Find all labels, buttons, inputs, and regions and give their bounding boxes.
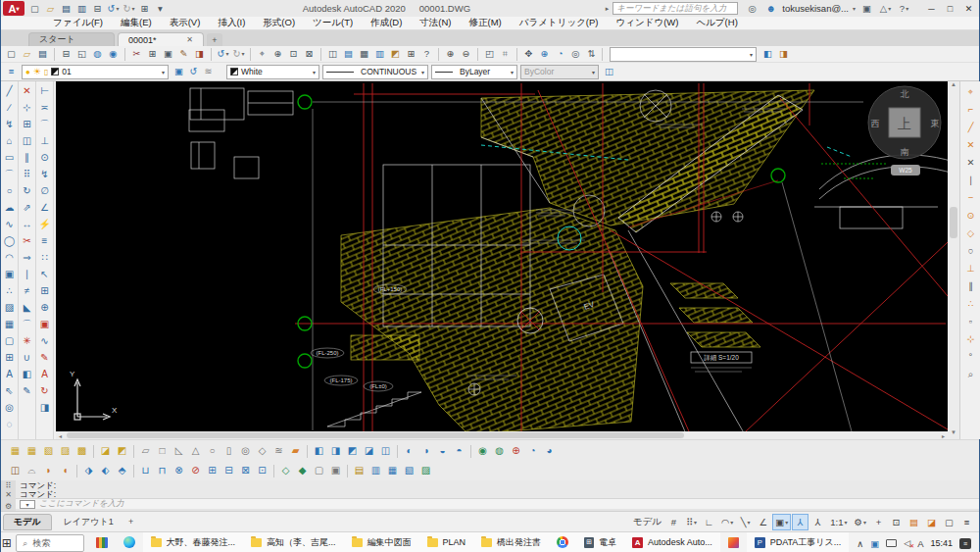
revision-cloud-icon[interactable]: ☁: [1, 199, 18, 216]
zoom-rt-icon[interactable]: ⊕: [537, 47, 552, 61]
3d-array-icon[interactable]: ◕: [541, 443, 558, 459]
polar-toggle[interactable]: ◠▾: [718, 514, 736, 530]
layer-previous-icon[interactable]: ↺: [186, 65, 201, 78]
multileader-icon[interactable]: ⇖: [1, 382, 18, 399]
action-center-icon[interactable]: ≡: [959, 538, 971, 549]
section-plane-icon[interactable]: ▤: [351, 463, 368, 478]
crosshair-size[interactable]: +: [870, 514, 887, 530]
close-button[interactable]: ✕: [960, 2, 977, 16]
vertical-scrollbar[interactable]: ▲ ▼: [948, 81, 959, 439]
clean-icon[interactable]: ▢: [311, 463, 327, 478]
tray-chevron-icon[interactable]: ∧: [857, 538, 863, 549]
chamfer-edge-icon[interactable]: ⊓: [154, 463, 171, 478]
snap-insert-icon[interactable]: ▫: [962, 313, 980, 330]
search-binoculars-icon[interactable]: ◎: [745, 2, 760, 16]
cut-icon[interactable]: ✂: [129, 47, 144, 61]
zoom-window-icon[interactable]: ⊡: [286, 47, 301, 61]
taskbar-window-plan[interactable]: PLAN: [419, 532, 474, 552]
break-at-point-icon[interactable]: ∣: [19, 266, 35, 282]
visual-styles-icon[interactable]: ▦: [357, 47, 371, 61]
trim-icon[interactable]: ✂: [19, 232, 35, 249]
menu-8[interactable]: 修正(M): [461, 17, 511, 29]
rectangle-icon[interactable]: ▭: [1, 149, 18, 166]
zoom-in-icon[interactable]: ⊕: [443, 47, 458, 61]
clean-screen-icon[interactable]: ◨: [776, 47, 791, 61]
convert-surface-icon[interactable]: ◗: [40, 463, 57, 478]
spline-icon[interactable]: ∿: [1, 216, 18, 232]
signed-in-user[interactable]: tokusekisan@...: [782, 3, 849, 14]
surface-planar-icon[interactable]: ▦: [24, 443, 40, 459]
presspull-icon[interactable]: ◨: [327, 443, 344, 459]
color-dropdown[interactable]: White ▾: [226, 65, 319, 79]
3d-mirror-icon[interactable]: ◔: [524, 443, 541, 459]
fillet-icon[interactable]: ⌒: [19, 316, 35, 332]
snap-nearest-icon[interactable]: ⊹: [962, 330, 980, 348]
plot-status-icon[interactable]: ▤: [906, 514, 922, 530]
menu-10[interactable]: ウィンドウ(W): [608, 17, 688, 29]
align-3d-icon[interactable]: ◧: [19, 366, 35, 382]
viewports-icon[interactable]: ◫: [325, 47, 340, 61]
menu-9[interactable]: パラメトリック(P): [511, 17, 608, 29]
help-icon[interactable]: ?: [419, 47, 434, 61]
lineweight-dropdown[interactable]: ByLayer ▾: [431, 65, 517, 79]
snap-extension-icon[interactable]: −: [962, 189, 980, 207]
wedge-icon[interactable]: ◺: [171, 443, 187, 459]
flatshot-icon[interactable]: ▥: [368, 463, 384, 478]
dim-jogged-icon[interactable]: ↯: [36, 166, 53, 182]
compass-west[interactable]: 西: [871, 119, 880, 128]
erase-icon[interactable]: ✕: [19, 82, 35, 99]
tolerance-icon[interactable]: ⊞: [36, 282, 53, 299]
command-input-row[interactable]: ▾ ここにコマンドを入力: [16, 498, 979, 509]
polyline-edit-icon[interactable]: ✎: [19, 382, 35, 399]
torus-icon[interactable]: ◎: [237, 443, 254, 459]
qnew-icon[interactable]: ▢: [4, 47, 19, 61]
command-options-icon[interactable]: ▾: [20, 500, 35, 509]
save-as-icon[interactable]: ▥: [74, 2, 89, 16]
snap-node-icon[interactable]: ∴: [962, 295, 980, 313]
interfere-icon[interactable]: ◓: [451, 443, 467, 459]
open-icon[interactable]: ▱: [20, 47, 34, 61]
sweep-icon[interactable]: ◪: [361, 443, 377, 459]
scroll-left-arrow-icon[interactable]: ◂: [56, 432, 65, 439]
snap-from-icon[interactable]: ⌐: [962, 101, 980, 119]
search-expand-icon[interactable]: ▸: [606, 5, 610, 13]
snap-quadrant-icon[interactable]: ◇: [962, 225, 980, 242]
menu-7[interactable]: 寸法(N): [411, 17, 460, 29]
separate-icon[interactable]: ◆: [294, 463, 311, 478]
pyramid-icon[interactable]: △: [187, 443, 204, 459]
annotation-autoscale-toggle[interactable]: ⅄: [809, 514, 826, 530]
loft-icon[interactable]: ◫: [377, 443, 394, 459]
annotation-scale-list[interactable]: 1:1▾: [827, 514, 850, 530]
layer-lock-icon[interactable]: ▯: [44, 68, 48, 76]
zoom-previous-icon[interactable]: ◰: [482, 47, 497, 61]
snap-endpoint-icon[interactable]: ╱: [962, 119, 980, 136]
surface-blend-icon[interactable]: ▧: [40, 443, 57, 459]
zoom-realtime-icon[interactable]: ⊕: [270, 47, 285, 61]
compass-south[interactable]: 南: [901, 147, 909, 157]
save-icon[interactable]: ▤: [59, 2, 74, 16]
taskbar-window-ohno[interactable]: 大野、春藤発注...: [143, 532, 244, 552]
taskbar-library-app[interactable]: [88, 532, 116, 552]
undo-icon[interactable]: ↺▾: [106, 2, 121, 16]
paste-clip-icon[interactable]: ▣: [161, 47, 175, 61]
join-icon[interactable]: ∪: [19, 349, 35, 366]
pan-icon[interactable]: ⌖: [255, 47, 270, 61]
command-close-icon[interactable]: ✕: [5, 490, 12, 499]
thicken-icon[interactable]: ⌓: [24, 463, 40, 478]
annotation-visibility-toggle[interactable]: ⅄: [792, 514, 808, 530]
snap-apparent-icon[interactable]: ∣: [962, 172, 980, 189]
compass-east[interactable]: 東: [931, 119, 940, 128]
inspection-icon[interactable]: ▣: [36, 316, 53, 332]
rotate-face-icon[interactable]: ⊡: [254, 463, 270, 478]
surface-network-icon[interactable]: ▦: [7, 443, 24, 459]
model-space-label[interactable]: モデル: [630, 514, 664, 530]
undo-icon[interactable]: ↺▾: [216, 47, 230, 61]
minimize-button[interactable]: ─: [923, 2, 940, 16]
dim-diameter-icon[interactable]: ∅: [36, 182, 53, 199]
etransmit-icon[interactable]: ◉: [106, 47, 121, 61]
maximize-button[interactable]: □: [942, 2, 958, 16]
shell-icon[interactable]: ◇: [277, 463, 294, 478]
horizontal-scroll-thumb[interactable]: [67, 432, 684, 438]
dim-ordinate-icon[interactable]: ⊥: [36, 132, 53, 149]
extrude-icon[interactable]: ◧: [311, 443, 327, 459]
